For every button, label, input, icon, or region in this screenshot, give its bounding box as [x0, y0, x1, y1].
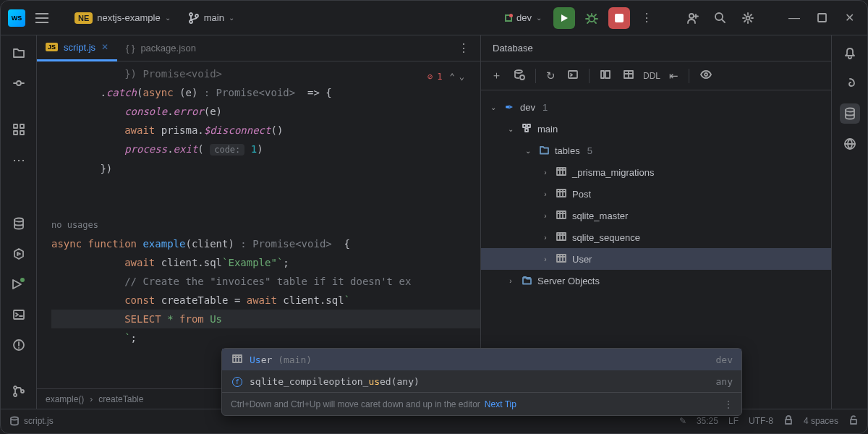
commit-icon: [12, 77, 25, 90]
notifications-button[interactable]: [840, 43, 860, 63]
svg-point-26: [705, 73, 707, 76]
tree-node-tables[interactable]: ⌄ tables 5: [481, 140, 831, 161]
new-datasource-button[interactable]: ＋: [488, 66, 505, 85]
datasource-props-button[interactable]: [511, 66, 528, 85]
folder-icon: [537, 145, 550, 157]
status-file[interactable]: script.js: [9, 416, 54, 426]
run-config-label: dev: [516, 12, 532, 23]
chevron-right-icon: ›: [540, 234, 550, 242]
code-area[interactable]: ⊘ 1 ⌃ ⌄ }) Promise<void> .catch(async (e…: [37, 61, 480, 388]
completion-popup[interactable]: User (main) dev f sqlite_compileoption_u…: [221, 348, 742, 416]
run-button[interactable]: [553, 7, 575, 29]
svg-point-3: [589, 16, 595, 22]
hexagon-icon: [12, 247, 25, 260]
next-tip-link[interactable]: Next Tip: [485, 399, 516, 409]
tree-node-schema-main[interactable]: ⌄ main: [481, 118, 831, 140]
chevron-down-icon: ⌄: [523, 147, 533, 155]
search-everywhere-button[interactable]: [710, 7, 731, 29]
chevron-down-icon: ⌄: [536, 14, 542, 22]
database-toolbar: ＋ ↻ DDL ⇤: [481, 61, 831, 90]
more-actions-button[interactable]: ⋮: [636, 7, 658, 29]
completion-item[interactable]: f sqlite_compileoption_used(any) any: [222, 370, 741, 392]
run-tool-button[interactable]: [9, 274, 29, 294]
project-selector[interactable]: NE nextjs-example ⌄: [69, 9, 176, 27]
tab-package-json[interactable]: { } package.json: [117, 35, 205, 61]
status-pen-icon[interactable]: ✎: [679, 416, 686, 426]
commit-tool-button[interactable]: [9, 73, 29, 93]
chevron-down-icon: ⌄: [488, 103, 498, 111]
svg-point-5: [689, 14, 694, 18]
right-tool-sidebar: [831, 35, 867, 409]
status-encoding[interactable]: UTF-8: [749, 416, 773, 426]
tree-node-dev[interactable]: ⌄ ✒ dev 1: [481, 96, 831, 118]
status-caret-position[interactable]: 35:25: [697, 416, 718, 426]
svg-rect-34: [557, 255, 566, 262]
stop-button[interactable]: [608, 7, 630, 29]
status-indent[interactable]: 4 spaces: [804, 416, 838, 426]
web-tool-button[interactable]: [840, 134, 860, 154]
svg-point-20: [515, 70, 522, 73]
services-tool-button[interactable]: [9, 244, 29, 264]
close-button[interactable]: ✕: [838, 7, 860, 29]
status-readonly-icon[interactable]: [783, 414, 793, 427]
collapse-all-button[interactable]: ⇤: [666, 67, 681, 85]
table-icon: [555, 210, 568, 222]
error-indicator[interactable]: ⊘ 1 ⌃ ⌄: [427, 67, 464, 86]
svg-rect-24: [605, 71, 610, 78]
more-tools-button[interactable]: ⋯: [9, 150, 29, 170]
tree-node-table[interactable]: › sqlite_master: [481, 205, 831, 226]
tab-script-js[interactable]: JS script.js ✕: [37, 35, 117, 61]
tree-node-server-objects[interactable]: › Server Objects: [481, 270, 831, 292]
jump-to-console-button[interactable]: [564, 66, 582, 85]
branch-selector[interactable]: main ⌄: [182, 9, 240, 27]
svg-rect-31: [557, 190, 566, 197]
breadcrumb-item[interactable]: example(): [46, 394, 84, 404]
svg-rect-11: [20, 124, 24, 128]
settings-button[interactable]: [737, 7, 759, 29]
ddl-button[interactable]: DDL: [643, 71, 660, 81]
view-mode-2-button[interactable]: [620, 66, 637, 85]
table-icon: [555, 166, 568, 179]
nav-down-icon[interactable]: ⌄: [459, 67, 464, 86]
function-icon: f: [231, 375, 244, 387]
database-gear-icon: [514, 69, 525, 80]
tree-node-table-selected[interactable]: › User: [481, 248, 831, 270]
problems-tool-button[interactable]: [9, 335, 29, 355]
popup-more-button[interactable]: ⋮: [724, 399, 733, 409]
minimize-button[interactable]: ―: [783, 7, 805, 29]
vcs-tool-button[interactable]: [9, 381, 29, 401]
database-tool-button[interactable]: [840, 103, 860, 124]
close-tab-button[interactable]: ✕: [101, 42, 109, 52]
chevron-down-icon: ⌄: [506, 125, 516, 133]
chevron-down-icon: ⌄: [165, 14, 171, 22]
completion-item-selected[interactable]: User (main) dev: [222, 349, 741, 370]
terminal-tool-button[interactable]: [9, 305, 29, 325]
tree-node-table[interactable]: › _prisma_migrations: [481, 161, 831, 183]
code-with-me-button[interactable]: [682, 7, 704, 29]
svg-rect-15: [14, 310, 24, 319]
main-menu-button[interactable]: [31, 7, 53, 29]
breadcrumb-item[interactable]: createTable: [98, 394, 143, 404]
database-icon: [843, 107, 856, 120]
debug-button[interactable]: [581, 7, 603, 29]
svg-point-7: [746, 16, 750, 20]
grid-icon: [623, 69, 634, 80]
refresh-button[interactable]: ↻: [543, 67, 558, 85]
tree-node-table[interactable]: › sqlite_sequence: [481, 226, 831, 248]
svg-rect-30: [557, 168, 566, 175]
status-lock-icon[interactable]: [848, 414, 859, 427]
maximize-button[interactable]: [811, 7, 833, 29]
status-line-ending[interactable]: LF: [728, 416, 739, 426]
view-mode-1-button[interactable]: [597, 66, 614, 85]
db-tool-button[interactable]: [9, 213, 29, 234]
nav-up-icon[interactable]: ⌃: [450, 67, 455, 86]
run-config-selector[interactable]: dev ⌄: [499, 9, 548, 26]
ai-assistant-button[interactable]: [840, 73, 860, 93]
terminal-icon: [12, 308, 25, 321]
branch-name-label: main: [204, 12, 224, 23]
tabs-more-button[interactable]: ⋮: [453, 38, 475, 59]
project-tool-button[interactable]: [9, 43, 29, 63]
preview-button[interactable]: [697, 65, 715, 86]
tree-node-table[interactable]: › Post: [481, 183, 831, 205]
structure-tool-button[interactable]: [9, 119, 29, 140]
